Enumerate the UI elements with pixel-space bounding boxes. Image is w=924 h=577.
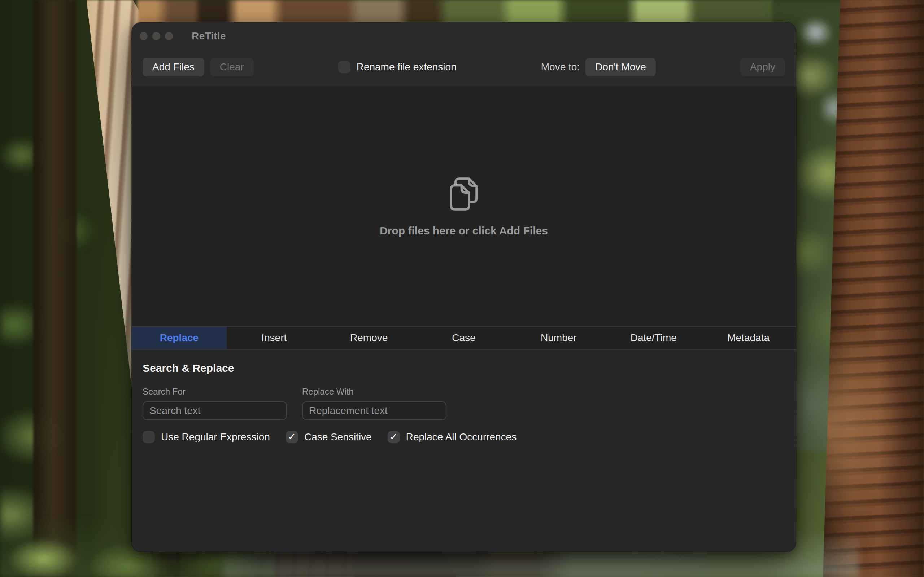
tab-insert[interactable]: Insert — [227, 327, 321, 349]
move-to-label: Move to: — [541, 61, 580, 73]
retitle-window: ReTitle Add Files Clear ✓ Rename file ex… — [132, 23, 796, 552]
search-for-input[interactable] — [142, 401, 287, 420]
replace-panel: Search & Replace Search For Replace With… — [132, 350, 796, 552]
rename-extension-group[interactable]: ✓ Rename file extension — [338, 61, 457, 73]
tab-date-time[interactable]: Date/Time — [606, 327, 701, 349]
replace-all-occurrences-checkbox[interactable]: ✓ — [388, 431, 400, 443]
tab-number[interactable]: Number — [511, 327, 606, 349]
add-files-button[interactable]: Add Files — [142, 58, 204, 76]
background-foliage-left — [0, 0, 152, 577]
rename-extension-checkbox[interactable]: ✓ — [338, 61, 351, 73]
title-bar[interactable]: ReTitle — [132, 23, 796, 49]
use-regular-expression-label: Use Regular Expression — [161, 431, 270, 443]
clear-button[interactable]: Clear — [210, 58, 254, 76]
move-to-group: Move to: Don't Move — [541, 58, 656, 76]
checkmark-icon: ✓ — [288, 432, 296, 442]
case-sensitive-checkbox[interactable]: ✓ — [286, 431, 298, 443]
fields-row: Search For Replace With — [142, 387, 785, 420]
minimize-button[interactable] — [152, 32, 160, 40]
toolbar: Add Files Clear ✓ Rename file extension … — [132, 49, 796, 85]
use-regular-expression-checkbox[interactable]: ✓ — [142, 431, 155, 443]
options-row: ✓ Use Regular Expression ✓ Case Sensitiv… — [142, 431, 785, 443]
zoom-button[interactable] — [165, 32, 173, 40]
tab-case[interactable]: Case — [417, 327, 512, 349]
tab-remove[interactable]: Remove — [321, 327, 417, 349]
tab-replace[interactable]: Replace — [132, 327, 227, 349]
panel-heading: Search & Replace — [142, 362, 785, 374]
checkmark-icon: ✓ — [389, 432, 398, 442]
use-regular-expression-option[interactable]: ✓ Use Regular Expression — [142, 431, 270, 443]
close-button[interactable] — [140, 32, 148, 40]
replace-with-field: Replace With — [302, 387, 446, 420]
replace-all-occurrences-label: Replace All Occurrences — [406, 431, 517, 443]
tab-metadata[interactable]: Metadata — [701, 327, 796, 349]
apply-button[interactable]: Apply — [740, 58, 785, 76]
search-for-label: Search For — [142, 387, 287, 397]
traffic-lights — [140, 32, 173, 40]
tab-bar: Replace Insert Remove Case Number Date/T… — [132, 326, 796, 350]
background-tree-trunk-right — [823, 0, 924, 577]
background-tree-trunk-thin — [33, 0, 76, 577]
window-title: ReTitle — [192, 30, 226, 42]
drop-zone-message: Drop files here or click Add Files — [380, 225, 548, 237]
replace-with-input[interactable] — [302, 401, 446, 420]
file-drop-zone[interactable]: Drop files here or click Add Files — [132, 85, 796, 326]
move-to-dropdown[interactable]: Don't Move — [585, 58, 656, 76]
file-actions-group: Add Files Clear — [142, 58, 254, 76]
case-sensitive-label: Case Sensitive — [304, 431, 372, 443]
replace-with-label: Replace With — [302, 387, 446, 397]
replace-all-occurrences-option[interactable]: ✓ Replace All Occurrences — [388, 431, 517, 443]
search-for-field: Search For — [142, 387, 287, 420]
case-sensitive-option[interactable]: ✓ Case Sensitive — [286, 431, 372, 443]
documents-icon — [445, 175, 483, 213]
rename-extension-label: Rename file extension — [357, 61, 457, 73]
